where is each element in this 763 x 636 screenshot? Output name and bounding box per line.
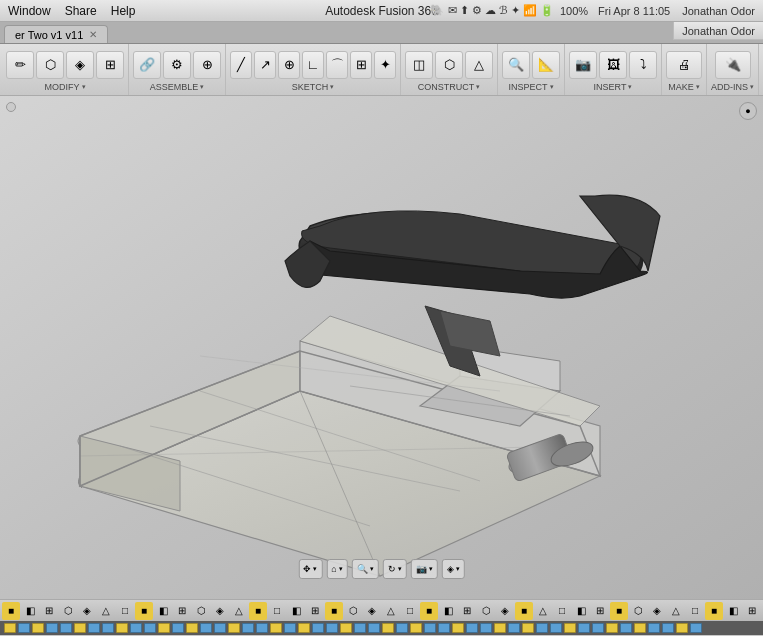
bottom-icon-24[interactable]: ◧: [439, 602, 457, 620]
bottom-icon-10[interactable]: ⊞: [173, 602, 191, 620]
timeline-item[interactable]: [690, 623, 702, 633]
bottom-icon-11[interactable]: ⬡: [192, 602, 210, 620]
bottom-icon-36[interactable]: △: [667, 602, 685, 620]
sketch-icon-6[interactable]: ⊞: [350, 51, 372, 79]
bottom-icon-3[interactable]: ⊞: [40, 602, 58, 620]
bottom-icon-32[interactable]: ⊞: [591, 602, 609, 620]
bottom-icon-31[interactable]: ◧: [572, 602, 590, 620]
construct-icon-1[interactable]: ◫: [405, 51, 433, 79]
nav-zoom-button[interactable]: 🔍 ▾: [352, 559, 379, 579]
nav-orbit-button[interactable]: ↻ ▾: [383, 559, 407, 579]
timeline-item[interactable]: [634, 623, 646, 633]
nav-pan-button[interactable]: ✥ ▾: [298, 559, 322, 579]
timeline-item[interactable]: [382, 623, 394, 633]
timeline-item[interactable]: [662, 623, 674, 633]
timeline-item[interactable]: [424, 623, 436, 633]
bottom-icon-33[interactable]: ■: [610, 602, 628, 620]
timeline-item[interactable]: [522, 623, 534, 633]
timeline-item[interactable]: [200, 623, 212, 633]
bottom-icon-18[interactable]: ■: [325, 602, 343, 620]
construct-icon-2[interactable]: ⬡: [435, 51, 463, 79]
bottom-icon-27[interactable]: ◈: [496, 602, 514, 620]
timeline-item[interactable]: [410, 623, 422, 633]
bottom-icon-40[interactable]: ⊞: [743, 602, 761, 620]
make-icon-1[interactable]: 🖨: [666, 51, 702, 79]
modify-icon-3[interactable]: ◈: [66, 51, 94, 79]
nav-home-button[interactable]: ⌂ ▾: [326, 559, 347, 579]
timeline-item[interactable]: [354, 623, 366, 633]
nav-display-button[interactable]: ◈ ▾: [442, 559, 465, 579]
timeline-item[interactable]: [298, 623, 310, 633]
timeline-item[interactable]: [116, 623, 128, 633]
3d-viewport[interactable]: ● ✥ ▾ ⌂ ▾ 🔍 ▾ ↻ ▾ 📷 ▾ ◈ ▾: [0, 96, 763, 599]
timeline-item[interactable]: [88, 623, 100, 633]
timeline-item[interactable]: [480, 623, 492, 633]
timeline-item[interactable]: [536, 623, 548, 633]
bottom-icon-22[interactable]: □: [401, 602, 419, 620]
bottom-icon-9[interactable]: ◧: [154, 602, 172, 620]
timeline-item[interactable]: [676, 623, 688, 633]
addins-icon-1[interactable]: 🔌: [715, 51, 751, 79]
bottom-icon-5[interactable]: ◈: [78, 602, 96, 620]
timeline-item[interactable]: [578, 623, 590, 633]
modify-icon-2[interactable]: ⬡: [36, 51, 64, 79]
timeline-bar[interactable]: [0, 621, 763, 635]
timeline-item[interactable]: [186, 623, 198, 633]
sketch-icon-2[interactable]: ↗: [254, 51, 276, 79]
bottom-icon-16[interactable]: ◧: [287, 602, 305, 620]
bottom-icon-30[interactable]: □: [553, 602, 571, 620]
menu-share[interactable]: Share: [65, 4, 97, 18]
bottom-icon-21[interactable]: △: [382, 602, 400, 620]
bottom-icon-6[interactable]: △: [97, 602, 115, 620]
timeline-item[interactable]: [158, 623, 170, 633]
timeline-item[interactable]: [508, 623, 520, 633]
nav-camera-button[interactable]: 📷 ▾: [411, 559, 438, 579]
timeline-item[interactable]: [494, 623, 506, 633]
menu-help[interactable]: Help: [111, 4, 136, 18]
timeline-item[interactable]: [312, 623, 324, 633]
bottom-icon-28[interactable]: ■: [515, 602, 533, 620]
timeline-item[interactable]: [340, 623, 352, 633]
timeline-item[interactable]: [144, 623, 156, 633]
menu-window[interactable]: Window: [8, 4, 51, 18]
inspect-label[interactable]: INSPECT▾: [508, 82, 553, 92]
timeline-item[interactable]: [172, 623, 184, 633]
insert-icon-3[interactable]: ⤵: [629, 51, 657, 79]
bottom-icon-4[interactable]: ⬡: [59, 602, 77, 620]
timeline-item[interactable]: [606, 623, 618, 633]
bottom-icon-19[interactable]: ⬡: [344, 602, 362, 620]
timeline-item[interactable]: [214, 623, 226, 633]
timeline-item[interactable]: [550, 623, 562, 633]
make-label[interactable]: MAKE▾: [668, 82, 700, 92]
timeline-item[interactable]: [396, 623, 408, 633]
tab-close-button[interactable]: ✕: [89, 29, 97, 40]
timeline-item[interactable]: [592, 623, 604, 633]
modify-icon-4[interactable]: ⊞: [96, 51, 124, 79]
timeline-item[interactable]: [242, 623, 254, 633]
construct-icon-3[interactable]: △: [465, 51, 493, 79]
bottom-icon-7[interactable]: □: [116, 602, 134, 620]
timeline-item[interactable]: [368, 623, 380, 633]
insert-icon-2[interactable]: 🖼: [599, 51, 627, 79]
timeline-item[interactable]: [130, 623, 142, 633]
inspect-icon-1[interactable]: 🔍: [502, 51, 530, 79]
modify-icon-1[interactable]: ✏: [6, 51, 34, 79]
sketch-icon-5[interactable]: ⌒: [326, 51, 348, 79]
bottom-icon-34[interactable]: ⬡: [629, 602, 647, 620]
insert-label[interactable]: INSERT▾: [594, 82, 633, 92]
timeline-item[interactable]: [32, 623, 44, 633]
assemble-label[interactable]: ASSEMBLE▾: [150, 82, 205, 92]
sketch-icon-4[interactable]: ∟: [302, 51, 324, 79]
bottom-icon-25[interactable]: ⊞: [458, 602, 476, 620]
assemble-icon-1[interactable]: 🔗: [133, 51, 161, 79]
bottom-icon-37[interactable]: □: [686, 602, 704, 620]
bottom-icon-35[interactable]: ◈: [648, 602, 666, 620]
bottom-icon-12[interactable]: ◈: [211, 602, 229, 620]
bottom-icon-13[interactable]: △: [230, 602, 248, 620]
insert-icon-1[interactable]: 📷: [569, 51, 597, 79]
bottom-icon-39[interactable]: ◧: [724, 602, 742, 620]
timeline-item[interactable]: [620, 623, 632, 633]
timeline-item[interactable]: [466, 623, 478, 633]
bottom-icon-1[interactable]: ■: [2, 602, 20, 620]
sketch-icon-3[interactable]: ⊕: [278, 51, 300, 79]
